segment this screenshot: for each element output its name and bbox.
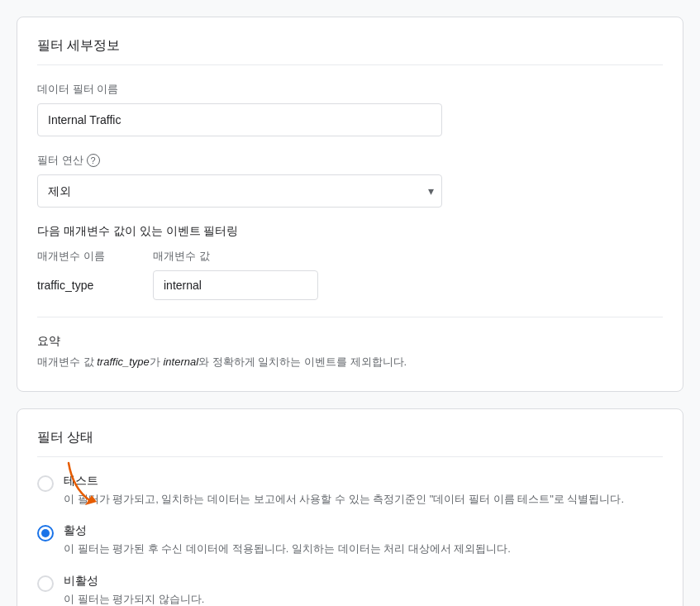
radio-test-desc: 이 필터가 평가되고, 일치하는 데이터는 보고에서 사용할 수 있는 측정기준… bbox=[64, 491, 624, 508]
filter-op-select-wrapper: 포함 제외 ▾ bbox=[37, 174, 442, 208]
page-container: 필터 세부정보 데이터 필터 이름 필터 연산 ? 포함 제외 ▾ 다음 매개변… bbox=[0, 0, 700, 606]
radio-option-inactive[interactable]: 비활성 이 필터는 평가되지 않습니다. bbox=[37, 574, 663, 606]
filter-op-help-icon[interactable]: ? bbox=[87, 154, 100, 167]
summary-param-value: internal bbox=[163, 355, 198, 368]
radio-option-test[interactable]: 테스트 이 필터가 평가되고, 일치하는 데이터는 보고에서 사용할 수 있는 … bbox=[37, 474, 663, 508]
radio-inactive-circle[interactable] bbox=[37, 575, 54, 592]
radio-test-label: 테스트 bbox=[64, 474, 624, 489]
section-divider bbox=[37, 317, 663, 317]
radio-option-active[interactable]: 활성 이 필터는 평가된 후 수신 데이터에 적용됩니다. 일치하는 데이터는 … bbox=[37, 523, 663, 557]
radio-test-text-group: 테스트 이 필터가 평가되고, 일치하는 데이터는 보고에서 사용할 수 있는 … bbox=[64, 474, 624, 508]
filter-details-title: 필터 세부정보 bbox=[37, 37, 663, 65]
filter-op-group: 필터 연산 ? 포함 제외 ▾ bbox=[37, 153, 663, 208]
filter-name-input[interactable] bbox=[37, 103, 442, 136]
radio-inactive-text-group: 비활성 이 필터는 평가되지 않습니다. bbox=[64, 574, 204, 606]
filter-details-card: 필터 세부정보 데이터 필터 이름 필터 연산 ? 포함 제외 ▾ 다음 매개변… bbox=[17, 17, 683, 392]
param-value-input[interactable] bbox=[153, 270, 318, 300]
param-data-row: traffic_type bbox=[37, 270, 663, 300]
radio-active-text-group: 활성 이 필터는 평가된 후 수신 데이터에 적용됩니다. 일치하는 데이터는 … bbox=[64, 523, 511, 557]
filter-status-title: 필터 상태 bbox=[37, 429, 663, 457]
param-header-row: 매개변수 이름 매개변수 값 bbox=[37, 249, 663, 264]
filter-op-select[interactable]: 포함 제외 bbox=[37, 174, 442, 208]
param-section-title: 다음 매개변수 값이 있는 이벤트 필터링 bbox=[37, 224, 663, 239]
summary-title: 요약 bbox=[37, 334, 663, 349]
summary-section: 요약 매개변수 값 traffic_type가 internal와 정확하게 일… bbox=[37, 334, 663, 371]
radio-test-circle[interactable] bbox=[37, 475, 54, 492]
radio-inactive-label: 비활성 bbox=[64, 574, 204, 589]
param-name-value: traffic_type bbox=[37, 279, 136, 292]
summary-param-name: traffic_type bbox=[97, 355, 150, 368]
filter-name-label: 데이터 필터 이름 bbox=[37, 82, 663, 97]
radio-inactive-desc: 이 필터는 평가되지 않습니다. bbox=[64, 591, 204, 606]
param-name-header: 매개변수 이름 bbox=[37, 249, 136, 264]
filter-status-card: 필터 상태 테스트 이 필터가 평가되고, 일치하는 데이터는 보고에서 사용할… bbox=[17, 408, 683, 606]
filter-name-group: 데이터 필터 이름 bbox=[37, 82, 663, 136]
param-value-header: 매개변수 값 bbox=[153, 249, 210, 264]
radio-active-desc: 이 필터는 평가된 후 수신 데이터에 적용됩니다. 일치하는 데이터는 처리 … bbox=[64, 541, 511, 557]
radio-active-circle[interactable] bbox=[37, 525, 54, 542]
filter-op-label: 필터 연산 ? bbox=[37, 153, 663, 168]
radio-active-label: 활성 bbox=[64, 523, 511, 538]
param-section: 다음 매개변수 값이 있는 이벤트 필터링 매개변수 이름 매개변수 값 tra… bbox=[37, 224, 663, 300]
summary-text: 매개변수 값 traffic_type가 internal와 정확하게 일치하는… bbox=[37, 354, 663, 371]
